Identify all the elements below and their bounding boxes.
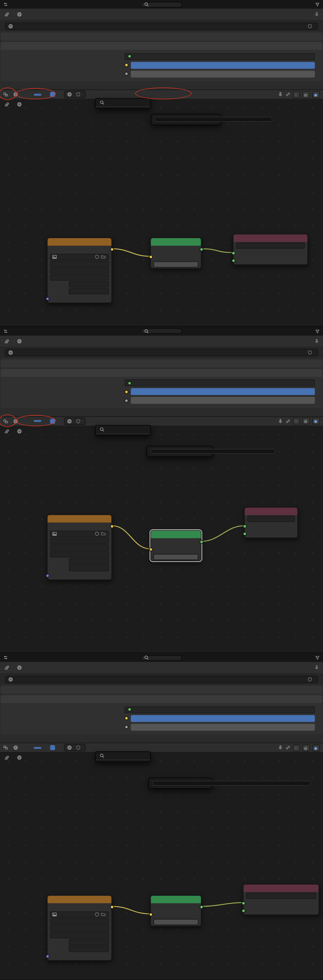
background-output-socket[interactable] [200,540,203,544]
editor-type-button[interactable] [3,329,9,334]
preview-panel-header[interactable] [1,686,322,694]
target-select[interactable] [236,242,305,249]
colorspace-select[interactable] [69,558,109,564]
world-output-node[interactable] [244,507,298,538]
background-output-socket[interactable] [200,248,203,251]
menu-add[interactable] [34,420,41,422]
color-output-socket[interactable] [110,248,114,251]
background-node[interactable] [150,530,201,561]
volume-input-socket[interactable] [231,259,235,262]
link-icon[interactable] [286,92,291,97]
pin-icon[interactable] [278,745,283,751]
interpolation-select[interactable] [50,918,109,925]
shading-button[interactable]: ● [312,418,320,425]
pin-icon[interactable] [278,92,283,97]
target-select[interactable] [247,515,295,522]
pin-icon[interactable] [314,665,320,670]
alpha-select[interactable] [69,565,109,571]
menu-search-input[interactable] [96,752,150,760]
world-datablock-selector[interactable] [5,22,318,30]
pin-icon[interactable] [314,12,320,17]
surface-panel-header[interactable] [1,42,322,50]
editor-type-button[interactable] [3,92,9,97]
surface-shader-field[interactable] [125,380,315,387]
surface-shader-field[interactable] [125,706,315,713]
strength-field[interactable] [154,919,198,925]
surface-panel-header[interactable] [1,369,322,377]
surface-panel-header[interactable] [1,695,322,703]
fake-user-shield-icon[interactable] [94,255,100,260]
environment-texture-node[interactable] [47,514,112,580]
colorspace-select[interactable] [69,281,109,288]
snapping-button[interactable]: ◦ [293,418,300,425]
properties-search-input[interactable] [141,2,182,7]
color-output-socket[interactable] [110,524,114,528]
menu-search-input[interactable] [96,426,150,434]
world-output-node[interactable] [233,234,308,265]
shader-type-dropdown[interactable] [13,745,21,751]
link-icon[interactable] [286,745,291,751]
fake-user-shield-icon[interactable] [76,419,81,424]
menu-search-input[interactable] [96,99,150,107]
strength-field[interactable] [154,554,198,560]
properties-search-input[interactable] [141,655,182,660]
alpha-select[interactable] [69,288,109,294]
open-image-icon[interactable] [101,255,106,260]
color-input-socket[interactable] [149,547,152,551]
colorspace-select[interactable] [69,939,109,945]
shader-type-dropdown[interactable] [13,92,21,97]
color-value-field[interactable] [131,715,315,722]
background-node[interactable] [150,238,201,269]
fake-user-shield-icon[interactable] [307,677,313,682]
interpolation-select[interactable] [50,261,109,267]
color-output-socket[interactable] [110,905,114,909]
overlays-button[interactable]: ◎ [302,91,310,98]
fake-user-shield-icon[interactable] [94,531,100,536]
fake-user-shield-icon[interactable] [94,912,100,918]
editor-type-button[interactable] [3,419,9,424]
shading-button[interactable]: ● [312,745,320,751]
source-select[interactable] [50,932,109,939]
filter-button[interactable] [315,655,320,660]
volume-input-socket[interactable] [243,532,246,536]
snapping-button[interactable]: ◦ [293,745,300,751]
editor-type-button[interactable] [3,2,9,7]
world-selector[interactable] [64,417,86,425]
source-select[interactable] [50,551,109,557]
properties-search-input[interactable] [141,328,182,334]
target-select[interactable] [246,893,316,899]
strength-value-field[interactable] [131,724,315,730]
color-input-socket[interactable] [149,255,152,259]
world-datablock-selector[interactable] [5,349,318,356]
surface-input-socket[interactable] [243,524,246,528]
color-value-field[interactable] [131,388,315,395]
use-nodes-checkbox[interactable] [50,745,57,751]
vector-input-socket[interactable] [45,574,49,578]
preview-panel-header[interactable] [1,359,322,368]
image-selector[interactable] [50,530,109,536]
background-node[interactable] [150,895,201,926]
strength-field[interactable] [154,261,198,267]
strength-value-field[interactable] [131,70,315,77]
image-selector[interactable] [50,912,109,918]
pin-icon[interactable] [314,339,320,344]
color-value-field[interactable] [131,62,315,68]
projection-select[interactable] [50,267,109,274]
filter-button[interactable] [315,2,320,7]
open-image-icon[interactable] [101,531,106,536]
background-output-socket[interactable] [200,905,203,909]
use-nodes-checkbox[interactable] [50,92,57,97]
pin-icon[interactable] [278,419,283,424]
editor-type-button[interactable] [3,745,9,751]
world-datablock-selector[interactable] [5,676,318,683]
fake-user-shield-icon[interactable] [307,350,313,355]
world-output-node[interactable] [243,884,319,915]
overlays-button[interactable]: ◎ [302,418,310,425]
image-selector[interactable] [50,254,109,260]
alpha-select[interactable] [69,946,109,952]
source-select[interactable] [50,274,109,281]
surface-shader-field[interactable] [125,53,315,60]
open-image-icon[interactable] [101,912,106,918]
overlays-button[interactable]: ◎ [302,745,310,751]
preview-panel-header[interactable] [1,33,322,41]
